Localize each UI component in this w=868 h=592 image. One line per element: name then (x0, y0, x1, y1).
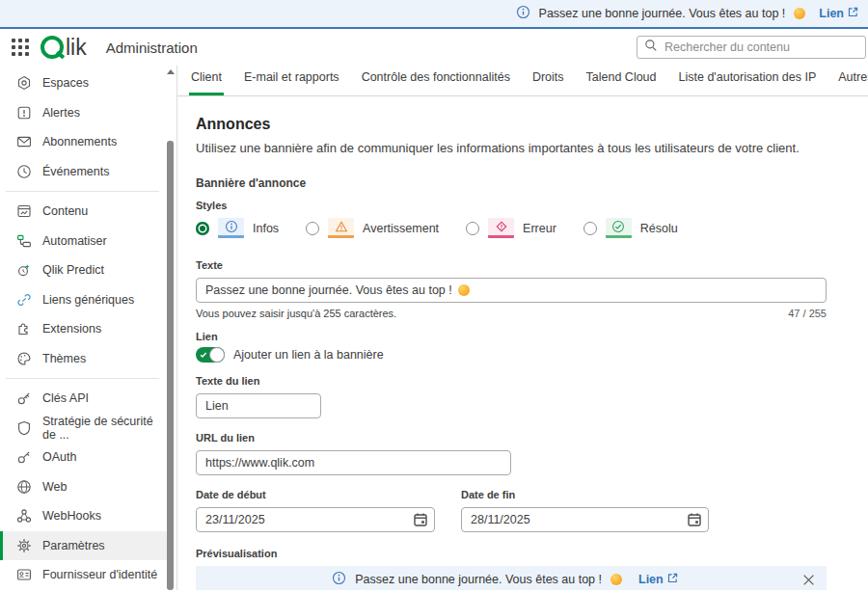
preview-label: Prévisualisation (196, 548, 850, 559)
preview-link[interactable]: Lien (638, 573, 678, 586)
smiley-emoji-icon (610, 574, 622, 585)
error-style-icon (488, 218, 514, 238)
tab-email-rapports[interactable]: E-mail et rapports (242, 66, 341, 95)
search-box[interactable] (637, 36, 866, 59)
banner-preview: Passez une bonne journée. Vous êtes au t… (196, 566, 827, 590)
check-icon (200, 351, 207, 359)
tab-talend-cloud[interactable]: Talend Cloud (584, 66, 659, 95)
tab-droits[interactable]: Droits (530, 66, 566, 95)
radio-avertissement[interactable] (306, 222, 319, 235)
clock-icon (16, 164, 32, 179)
info-style-icon (218, 218, 244, 238)
char-counter: 47 / 255 (788, 308, 827, 319)
sidebar-item-contenu[interactable]: Contenu (0, 197, 167, 227)
style-options: Infos Avertissement Erreur (196, 218, 850, 238)
tab-liste-autorisation-ip[interactable]: Liste d'autorisation des IP (677, 66, 819, 95)
close-icon[interactable] (802, 574, 815, 586)
envelope-icon (16, 134, 32, 149)
search-input[interactable] (665, 40, 858, 54)
style-option-avertissement[interactable]: Avertissement (306, 218, 439, 238)
sidebar-item-parametres[interactable]: Paramètres (0, 531, 167, 561)
id-card-icon (16, 567, 32, 582)
banner-message: Passez une bonne journée. Vous êtes au t… (539, 7, 786, 20)
radio-resolu[interactable] (583, 222, 597, 235)
sidebar-item-themes[interactable]: Thèmes (0, 344, 167, 374)
link-url-input[interactable] (196, 450, 511, 475)
palette-icon (16, 351, 32, 366)
text-field-label: Texte (196, 259, 850, 271)
sidebar-item-evenements[interactable]: Événements (0, 157, 167, 187)
sidebar-item-fournisseur-identite[interactable]: Fournisseur d'identité (0, 560, 167, 590)
content-icon (16, 203, 32, 219)
calendar-icon[interactable] (687, 512, 702, 531)
qlik-q-mark (41, 36, 64, 59)
sidebar-item-qlik-predict[interactable]: Qlik Predict (0, 256, 167, 285)
warning-style-icon (328, 218, 354, 238)
scrollbar-thumb[interactable] (167, 141, 174, 590)
banner-link[interactable]: Lien (819, 7, 858, 20)
predict-icon (16, 262, 32, 278)
sidebar-item-webhooks[interactable]: WebHooks (0, 501, 167, 531)
sidebar-item-automatiser[interactable]: Automatiser (0, 227, 167, 256)
info-icon (516, 5, 530, 22)
webhook-icon (16, 508, 32, 524)
radio-erreur[interactable] (466, 222, 479, 235)
banner-text-input[interactable]: Passez une bonne journée. Vous êtes au t… (196, 278, 827, 303)
section-title: Annonces (196, 116, 850, 133)
add-link-toggle-label: Ajouter un lien à la bannière (233, 348, 384, 362)
end-date-label: Date de fin (461, 489, 709, 500)
banner-section-label: Bannière d'annonce (196, 176, 850, 190)
style-option-infos[interactable]: Infos (196, 218, 279, 238)
smiley-emoji-icon (794, 8, 805, 19)
scroll-up-arrow[interactable] (167, 69, 175, 74)
top-announcement-banner: Passez une bonne journée. Vous êtes au t… (0, 0, 868, 29)
tab-autres[interactable]: Autres (836, 66, 868, 95)
tab-controle-fonctionnalites[interactable]: Contrôle des fonctionnalités (360, 66, 512, 95)
globe-icon (16, 479, 32, 495)
app-launcher-icon[interactable] (12, 39, 29, 56)
sidebar-item-espaces[interactable]: Espaces (0, 68, 167, 98)
sidebar-item-alertes[interactable]: Alertes (0, 98, 167, 128)
sidebar-item-extensions[interactable]: Extensions (0, 314, 167, 344)
search-icon (644, 39, 658, 56)
link-text-label: Texte du lien (196, 375, 850, 387)
shield-icon (16, 420, 32, 436)
radio-infos[interactable] (196, 222, 209, 235)
sidebar-item-oauth[interactable]: OAuth (0, 443, 167, 472)
link-chain-icon (16, 292, 32, 308)
end-date-input[interactable] (461, 507, 709, 532)
sidebar-item-liens-generiques[interactable]: Liens génériques (0, 285, 167, 315)
sidebar-item-strategie-securite[interactable]: Stratégie de sécurité de ... (0, 414, 167, 444)
key-icon (16, 449, 32, 465)
sidebar-divider (6, 191, 159, 192)
start-date-input[interactable] (196, 507, 435, 532)
sidebar-item-abonnements[interactable]: Abonnements (0, 127, 167, 157)
style-option-erreur[interactable]: Erreur (466, 218, 556, 238)
link-url-label: URL du lien (196, 432, 850, 444)
qlik-logo[interactable]: lik (41, 35, 87, 61)
alert-icon (16, 105, 32, 121)
main-panel: Client E-mail et rapports Contrôle des f… (177, 66, 868, 590)
preview-message: Passez une bonne journée. Vous êtes au t… (355, 573, 602, 586)
link-text-input[interactable] (196, 393, 321, 418)
styles-label: Styles (196, 200, 850, 211)
text-field-helper: Vous pouvez saisir jusqu'à 255 caractère… (196, 308, 396, 319)
sidebar: Espaces Alertes Abonnements Événements C… (0, 66, 177, 590)
external-link-icon (848, 7, 858, 20)
info-icon (332, 571, 346, 588)
sidebar-item-cles-api[interactable]: Clés API (0, 384, 167, 414)
link-section-label: Lien (196, 331, 850, 342)
automate-icon (16, 233, 32, 249)
app-header: lik Administration (0, 29, 868, 66)
calendar-icon[interactable] (413, 512, 428, 531)
resolved-style-icon (606, 218, 632, 238)
style-option-resolu[interactable]: Résolu (583, 218, 678, 238)
tab-client[interactable]: Client (189, 66, 224, 95)
sidebar-item-web[interactable]: Web (0, 472, 167, 502)
page-title: Administration (106, 40, 198, 56)
key-icon (16, 390, 32, 406)
add-link-toggle[interactable] (196, 347, 225, 363)
external-link-icon (667, 573, 678, 586)
sidebar-scrollbar[interactable] (166, 66, 174, 590)
puzzle-icon (16, 321, 32, 336)
